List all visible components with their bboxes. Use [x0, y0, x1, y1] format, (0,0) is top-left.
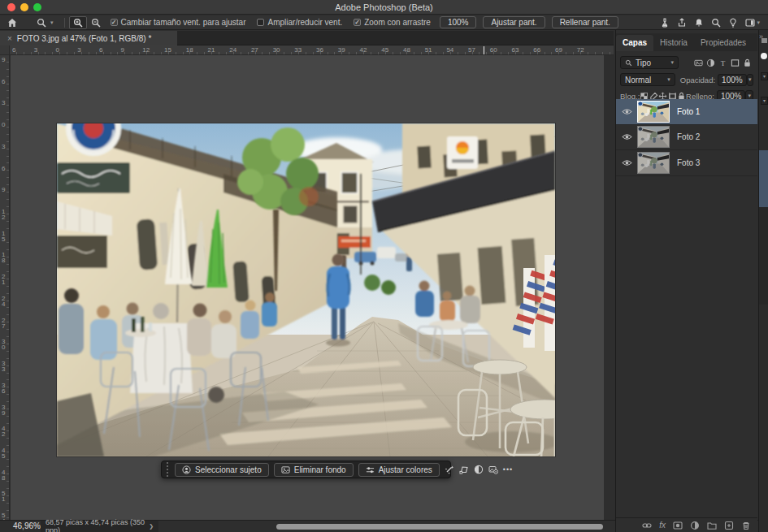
taskbar-more-options-button[interactable]: ••• — [503, 465, 513, 474]
ruler-h-label: 72 — [577, 46, 584, 54]
generative-wand-icon[interactable] — [445, 463, 454, 476]
filter-pixel-layers-icon[interactable] — [692, 57, 705, 68]
layer-name[interactable]: Foto 1 — [677, 107, 700, 116]
ruler-v-label: 6 — [0, 79, 8, 84]
options-checkboxes: ✓Cambiar tamaño vent. para ajustarAmplia… — [105, 18, 436, 27]
options-bar: ▾ ✓Cambiar tamaño vent. para ajustarAmpl… — [0, 15, 768, 30]
layer-row-foto-3[interactable]: Foto 3 — [616, 150, 757, 176]
filter-type-dropdown[interactable]: Tipo ▾ — [620, 56, 679, 69]
layer-filter-row: Tipo ▾ T — [620, 55, 753, 70]
layer-row-foto-1[interactable]: Foto 1 — [616, 99, 757, 125]
new-adjustment-layer-icon[interactable] — [690, 521, 700, 530]
layer-thumbnail[interactable] — [637, 101, 670, 123]
remove-background-label: Eliminar fondo — [294, 465, 346, 474]
workspace-switcher[interactable]: ▾ — [745, 18, 760, 28]
ruler-h-label: 54 — [446, 46, 453, 54]
collapse-panels-icon[interactable]: » — [759, 32, 763, 41]
tab-capas[interactable]: Capas — [616, 35, 653, 51]
search-icon[interactable] — [711, 18, 721, 28]
zoom-tool-icon[interactable] — [33, 16, 50, 29]
document-dimensions: 68,57 picas x 45,74 picas (350 ppp) — [46, 518, 149, 532]
ruler-v-label: 3 3 — [0, 361, 8, 372]
options-checkbox-1[interactable]: Ampliar/reducir vent. — [257, 18, 342, 27]
document-tab[interactable]: × FOTO 3.jpg al 47% (Foto 1, RGB/8) * — [0, 31, 177, 45]
options-checkbox-2[interactable]: ✓Zoom con arrastre — [354, 18, 431, 27]
open-image-street-scene[interactable] — [57, 123, 555, 456]
ruler-h-label: 30 — [273, 46, 280, 54]
ruler-h-label: 0 — [55, 46, 59, 54]
canvas-pasteboard[interactable] — [11, 55, 604, 520]
ruler-v-label: 1 2 — [0, 209, 8, 220]
checkbox-checked-icon[interactable]: ✓ — [354, 19, 361, 26]
harmonize-image-icon[interactable] — [488, 463, 498, 476]
layers-panel: Capas Historia Propiedades Tipo ▾ T Norm… — [615, 30, 757, 532]
new-layer-icon[interactable] — [724, 521, 734, 530]
filter-smart-objects-icon[interactable] — [741, 57, 753, 68]
blend-mode-dropdown[interactable]: Normal ▾ — [620, 73, 675, 86]
delete-layer-trash-icon[interactable] — [741, 521, 751, 530]
ruler-v-label: 9 — [0, 187, 8, 192]
opacity-chevron-icon[interactable]: ▾ — [747, 74, 753, 86]
transform-icon[interactable] — [459, 463, 469, 476]
notifications-bell-icon[interactable] — [694, 18, 704, 28]
filter-shape-layers-icon[interactable] — [729, 57, 741, 68]
share-icon[interactable] — [677, 18, 687, 28]
zoom-percent-button[interactable]: 100% — [440, 16, 477, 28]
adjust-colors-button[interactable]: Ajustar colores — [358, 463, 440, 477]
layer-visibility-eye-icon[interactable] — [616, 133, 637, 141]
home-icon[interactable] — [3, 16, 21, 29]
sliver-chevron-icon: ▾ — [761, 72, 768, 80]
zoom-out-button[interactable] — [87, 16, 105, 29]
select-subject-button[interactable]: Seleccionar sujeto — [175, 463, 269, 477]
layer-thumbnail[interactable] — [637, 126, 670, 148]
adjustment-circle-icon[interactable] — [474, 463, 484, 476]
ruler-h-label: 21 — [207, 46, 215, 54]
horizontal-ruler: 6303691215182124273033363942454851545760… — [10, 45, 614, 55]
layer-name[interactable]: Foto 2 — [677, 132, 700, 141]
checkbox-checked-icon[interactable]: ✓ — [111, 19, 118, 26]
layer-visibility-eye-icon[interactable] — [616, 159, 637, 167]
ruler-v-label: 6 — [0, 166, 8, 171]
sliver-rows — [759, 207, 768, 305]
zoom-tool-chevron-icon[interactable]: ▾ — [50, 19, 54, 26]
tab-historia[interactable]: Historia — [653, 35, 694, 51]
link-layers-icon[interactable] — [642, 521, 652, 530]
fill-screen-button[interactable]: Rellenar pant. — [552, 16, 618, 28]
taskbar-drag-handle-icon[interactable] — [167, 462, 170, 478]
checkbox-unchecked-icon[interactable] — [257, 19, 264, 26]
layer-thumbnail[interactable] — [637, 152, 670, 174]
ruler-v-label: 2 4 — [0, 296, 8, 307]
options-checkbox-0[interactable]: ✓Cambiar tamaño vent. para ajustar — [111, 18, 246, 27]
horizontal-scrollbar-thumb[interactable] — [276, 524, 603, 530]
ruler-v-label: 0 — [0, 122, 8, 128]
filter-type-layers-icon[interactable]: T — [717, 57, 729, 68]
ruler-v-label: 3 — [0, 100, 8, 106]
discover-lightbulb-icon[interactable] — [728, 18, 738, 28]
layer-effects-icon[interactable]: fx — [659, 521, 666, 530]
fit-screen-button[interactable]: Ajustar pant. — [483, 16, 545, 28]
vertical-ruler: 96303691 21 51 82 12 42 73 03 33 63 94 2… — [0, 55, 10, 520]
layer-name[interactable]: Foto 3 — [677, 158, 700, 167]
zoom-in-button[interactable] — [69, 16, 87, 29]
add-layer-mask-icon[interactable] — [673, 521, 683, 530]
ruler-v-label: 4 8 — [0, 469, 8, 481]
street-photo-illustration — [57, 123, 555, 456]
options-checkbox-label: Cambiar tamaño vent. para ajustar — [121, 18, 246, 27]
ruler-h-label: 63 — [512, 46, 519, 54]
status-document-info[interactable]: 68,57 picas x 45,74 picas (350 ppp) ❯ — [41, 521, 158, 532]
layer-visibility-eye-icon[interactable] — [616, 108, 637, 115]
tab-close-icon[interactable]: × — [7, 34, 12, 43]
tab-propiedades[interactable]: Propiedades — [694, 35, 753, 51]
options-checkbox-label: Zoom con arrastre — [364, 18, 431, 27]
contextual-task-bar[interactable]: Seleccionar sujeto Eliminar fondo Ajusta… — [161, 461, 451, 478]
status-zoom-level[interactable]: 46,96% — [13, 521, 41, 530]
remove-background-button[interactable]: Eliminar fondo — [274, 463, 354, 477]
ruler-v-label: 3 9 — [0, 404, 8, 416]
filter-adjustment-layers-icon[interactable] — [705, 57, 717, 68]
ruler-h-label: 12 — [142, 46, 150, 54]
opacity-value[interactable]: 100% — [718, 74, 747, 86]
new-group-folder-icon[interactable] — [707, 521, 717, 530]
status-chevron-icon[interactable]: ❯ — [149, 523, 154, 530]
beta-flask-icon[interactable] — [660, 18, 670, 28]
layer-row-foto-2[interactable]: Foto 2 — [616, 125, 757, 151]
